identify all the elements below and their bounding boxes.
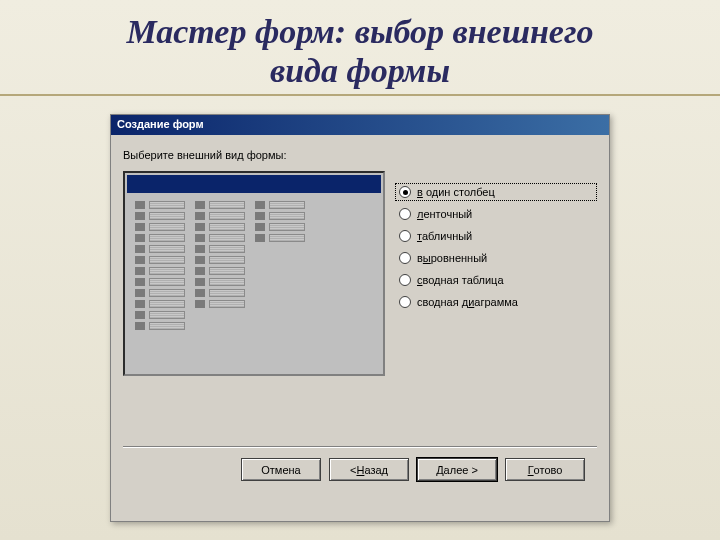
option-label: сводная таблица [417,274,504,286]
dialog-title: Создание форм [117,118,204,130]
option-pivot-table[interactable]: сводная таблица [395,271,597,289]
next-button[interactable]: Далее > [417,458,497,481]
dialog-titlebar: Создание форм [111,115,609,135]
finish-button[interactable]: Готово [505,458,585,481]
option-tabular-ribbon[interactable]: ленточный [395,205,597,223]
option-label: табличный [417,230,472,242]
option-one-column[interactable]: в один столбец [395,183,597,201]
back-button[interactable]: < Назад [329,458,409,481]
form-wizard-dialog: Создание форм Выберите внешний вид формы… [110,114,610,522]
option-label: в один столбец [417,186,495,198]
radio-icon [399,208,411,220]
slide-title-line2: вида формы [270,52,450,89]
slide-title-line1: Мастер форм: выбор внешнего [127,13,594,50]
layout-options: в один столбец ленточный табличный выров… [395,171,597,376]
option-datasheet[interactable]: табличный [395,227,597,245]
slide-title: Мастер форм: выбор внешнего вида формы [0,0,720,92]
option-label: ленточный [417,208,472,220]
divider [0,94,720,96]
radio-icon [399,274,411,286]
option-label: сводная диаграмма [417,296,518,308]
option-pivot-chart[interactable]: сводная диаграмма [395,293,597,311]
layout-preview [123,171,385,376]
radio-icon [399,252,411,264]
radio-icon [399,296,411,308]
option-label: выровненный [417,252,487,264]
cancel-button[interactable]: Отмена [241,458,321,481]
wizard-buttons: Отмена < Назад Далее > Готово [123,448,597,481]
option-justified[interactable]: выровненный [395,249,597,267]
dialog-instruction: Выберите внешний вид формы: [123,149,597,161]
radio-icon [399,186,411,198]
radio-icon [399,230,411,242]
